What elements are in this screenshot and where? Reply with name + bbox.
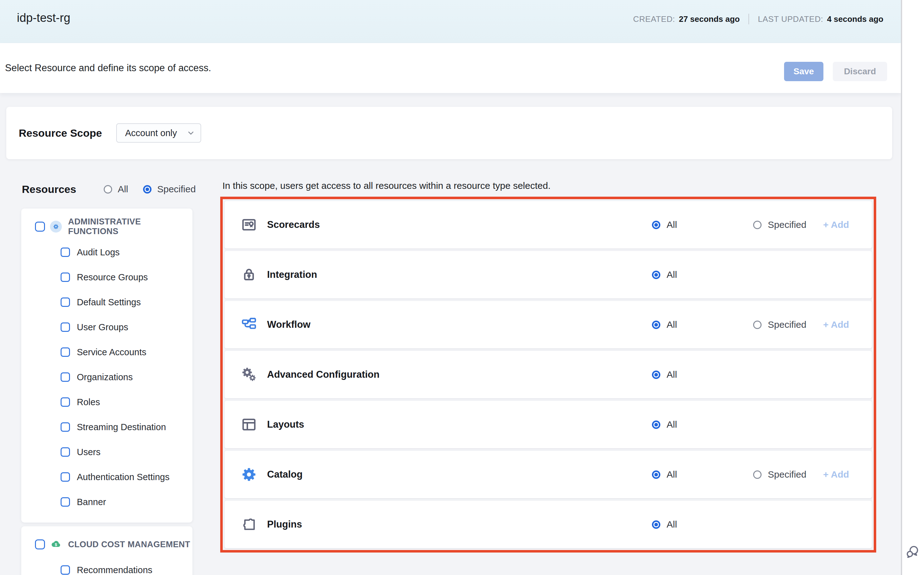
- resource-group-header: $ CLOUD COST MANAGEMENT: [21, 531, 193, 558]
- radio-label: All: [667, 219, 677, 230]
- resource-type-label: Integration: [267, 269, 317, 280]
- resource-scope-select[interactable]: Account only: [116, 123, 201, 143]
- tree-item[interactable]: User Groups: [21, 315, 193, 340]
- radio-icon[interactable]: [104, 185, 112, 194]
- radio-specified[interactable]: Specified: [753, 319, 806, 330]
- item-checkbox[interactable]: [61, 423, 70, 432]
- resources-radio-all[interactable]: All: [104, 184, 128, 194]
- tree-item-label: Authentication Settings: [77, 472, 170, 482]
- radio-label: Specified: [768, 319, 806, 330]
- tree-item-label: Resource Groups: [77, 272, 148, 283]
- item-checkbox[interactable]: [61, 497, 70, 507]
- radio-icon[interactable]: [652, 421, 660, 429]
- item-checkbox[interactable]: [61, 322, 70, 332]
- resource-type-label: Advanced Configuration: [267, 369, 379, 380]
- right-gutter: [902, 0, 924, 575]
- tree-item[interactable]: Streaming Destination: [21, 415, 193, 440]
- svg-text:$: $: [55, 542, 57, 547]
- resource-row: Workflow All Specified + Add: [225, 301, 872, 348]
- tree-item[interactable]: Organizations: [21, 365, 193, 389]
- integration-lock-icon: [241, 267, 257, 283]
- workflow-icon: [241, 316, 257, 333]
- radio-all[interactable]: All: [652, 419, 677, 430]
- radio-all[interactable]: All: [652, 369, 677, 380]
- radio-label: All: [667, 419, 677, 430]
- page-title: idp-test-rg: [17, 11, 70, 25]
- radio-icon[interactable]: [753, 321, 762, 329]
- radio-label: Specified: [768, 469, 806, 480]
- radio-icon[interactable]: [652, 470, 660, 479]
- radio-all[interactable]: All: [652, 469, 677, 480]
- item-checkbox[interactable]: [61, 248, 70, 257]
- resource-row: Advanced Configuration All: [225, 351, 872, 398]
- advanced-configuration-icon: [241, 367, 257, 383]
- item-checkbox[interactable]: [61, 372, 70, 382]
- tree-item[interactable]: Audit Logs: [21, 240, 193, 265]
- resources-header: Resources All Specified: [22, 182, 209, 197]
- item-checkbox[interactable]: [61, 297, 70, 307]
- item-checkbox[interactable]: [61, 447, 70, 457]
- tree-item[interactable]: Default Settings: [21, 290, 193, 315]
- tree-item[interactable]: Authentication Settings: [21, 464, 193, 489]
- add-button[interactable]: + Add: [823, 469, 849, 480]
- item-checkbox[interactable]: [61, 273, 70, 282]
- group-checkbox[interactable]: [35, 539, 45, 550]
- radio-icon[interactable]: [652, 520, 660, 529]
- group-label: CLOUD COST MANAGEMENT: [68, 540, 190, 550]
- tree-item-label: Organizations: [77, 372, 133, 383]
- timestamps: CREATED: 27 seconds ago LAST UPDATED: 4 …: [633, 14, 883, 24]
- radio-icon[interactable]: [652, 370, 660, 379]
- tree-item[interactable]: Roles: [21, 389, 193, 415]
- tree-item[interactable]: Service Accounts: [21, 340, 193, 365]
- radio-label: All: [667, 519, 677, 530]
- tree-item-label: Users: [77, 447, 100, 457]
- item-checkbox[interactable]: [61, 348, 70, 357]
- radio-icon[interactable]: [652, 321, 660, 329]
- tree-item-label: Roles: [77, 397, 100, 407]
- tree-item[interactable]: Recommendations: [21, 558, 193, 575]
- radio-label: Specified: [157, 184, 196, 194]
- tree-item-label: Streaming Destination: [77, 422, 166, 432]
- radio-specified[interactable]: Specified: [753, 219, 806, 230]
- radio-icon[interactable]: [753, 470, 762, 479]
- radio-label: All: [667, 319, 677, 330]
- item-checkbox[interactable]: [61, 472, 70, 482]
- admin-functions-icon: [50, 221, 62, 233]
- radio-all[interactable]: All: [652, 219, 677, 230]
- tree-item[interactable]: Banner: [21, 489, 193, 515]
- resource-type-label: Scorecards: [267, 219, 320, 230]
- action-toolbar: Select Resource and define its scope of …: [0, 43, 901, 93]
- cloud-cost-icon: $: [50, 538, 62, 550]
- highlighted-resource-list: Scorecards All Specified + Add Integrati…: [220, 197, 876, 553]
- chevron-down-icon: [186, 128, 196, 138]
- discard-button[interactable]: Discard: [833, 62, 887, 81]
- page: idp-test-rg CREATED: 27 seconds ago LAST…: [0, 0, 924, 575]
- save-button[interactable]: Save: [784, 62, 824, 81]
- radio-icon[interactable]: [143, 185, 151, 194]
- radio-specified[interactable]: Specified: [753, 469, 806, 480]
- tree-item[interactable]: Resource Groups: [21, 265, 193, 290]
- tree-item[interactable]: Users: [21, 440, 193, 464]
- scope-description: In this scope, users get access to all r…: [222, 180, 551, 191]
- radio-label: Specified: [768, 219, 806, 230]
- item-checkbox[interactable]: [61, 397, 70, 407]
- radio-icon[interactable]: [652, 271, 660, 279]
- radio-all[interactable]: All: [652, 319, 677, 330]
- group-checkbox[interactable]: [35, 222, 45, 232]
- item-checkbox[interactable]: [61, 565, 70, 575]
- resource-type-label: Catalog: [267, 469, 303, 480]
- radio-all[interactable]: All: [652, 269, 677, 280]
- add-button[interactable]: + Add: [823, 319, 849, 330]
- resources-radio-specified[interactable]: Specified: [143, 184, 196, 194]
- sidebar-resource-tree-card-1: ADMINISTRATIVE FUNCTIONS Audit Logs Reso…: [21, 208, 193, 523]
- radio-icon[interactable]: [753, 221, 762, 229]
- radio-icon[interactable]: [652, 221, 660, 229]
- resource-row: Catalog All Specified + Add: [225, 451, 872, 498]
- add-button[interactable]: + Add: [823, 219, 849, 230]
- tree-item-label: Banner: [77, 497, 106, 507]
- chat-bubbles-icon[interactable]: [905, 545, 920, 559]
- resource-row: Plugins All: [225, 501, 872, 548]
- radio-label: All: [118, 184, 128, 194]
- radio-all[interactable]: All: [652, 519, 677, 530]
- resource-row: Scorecards All Specified + Add: [225, 201, 872, 248]
